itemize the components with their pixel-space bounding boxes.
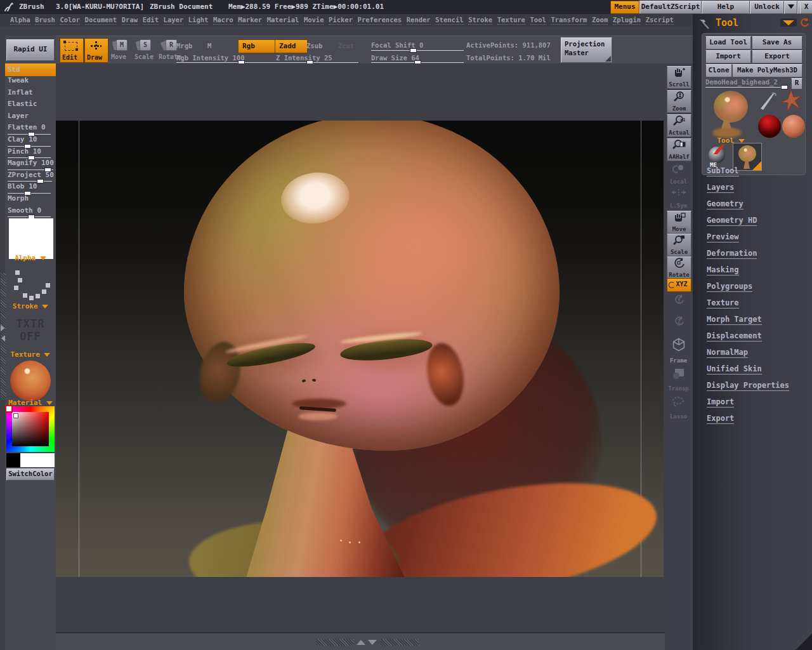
aahalf-button[interactable]: AAHalf (667, 138, 691, 161)
clone-button[interactable]: Clone (705, 64, 732, 77)
document-viewport[interactable] (56, 121, 664, 577)
menu-draw[interactable]: Draw (122, 16, 138, 25)
rgb-button[interactable]: Rgb (238, 39, 278, 53)
section-layers[interactable]: Layers (707, 183, 734, 193)
move-button[interactable]: M Move (109, 38, 132, 62)
left-tray-scrollbar[interactable] (1, 273, 6, 400)
defaultzscript-button[interactable]: DefaultZScript (639, 1, 702, 14)
current-tool-preview[interactable] (709, 90, 753, 143)
section-subtool[interactable]: SubTool (707, 166, 739, 176)
section-polygroups[interactable]: Polygroups (707, 282, 752, 292)
section-import[interactable]: Import (707, 397, 734, 408)
material-thumbnail[interactable] (10, 361, 51, 401)
menu-light[interactable]: Light (188, 16, 209, 25)
brush-pinch-slider[interactable]: Pinch 10 (5, 147, 56, 159)
section-geometry-hd[interactable]: Geometry HD (707, 216, 757, 226)
menu-layer[interactable]: Layer (164, 16, 184, 25)
z-rotate-button[interactable]: Z (667, 315, 690, 334)
section-export[interactable]: Export (707, 414, 734, 424)
section-normalmap[interactable]: NormalMap (707, 348, 748, 358)
stroke-thumbnail[interactable] (5, 265, 56, 302)
switch-color-button[interactable]: SwitchColor (6, 468, 55, 481)
brush-inflat[interactable]: Inflat (5, 88, 56, 100)
menu-stroke[interactable]: Stroke (468, 16, 492, 25)
close-window-button[interactable]: X (800, 1, 812, 14)
brush-magnify-slider[interactable]: Magnify 100 (5, 159, 56, 171)
menu-render[interactable]: Render (407, 16, 431, 25)
stroke-dropdown[interactable]: Stroke (5, 302, 56, 310)
menu-picker[interactable]: Picker (329, 16, 353, 25)
m-button[interactable]: M (207, 42, 211, 50)
help-button[interactable]: Help (702, 1, 750, 14)
scale-button[interactable]: S Scale (133, 38, 155, 62)
draw-button[interactable]: Draw (84, 38, 108, 63)
canvas-area[interactable] (56, 63, 665, 633)
xyz-button[interactable]: XYZ (667, 278, 691, 292)
make-polymesh3d-button[interactable]: Make PolyMesh3D (732, 64, 802, 77)
tool-thumb-salmonsphere[interactable] (782, 115, 805, 138)
tool-thumb-redsphere[interactable] (758, 115, 781, 138)
texture-off-thumbnail[interactable]: TXTR OFF (5, 317, 56, 343)
menu-movie[interactable]: Movie (304, 16, 324, 25)
menu-color[interactable]: Color (60, 16, 80, 25)
load-tool-button[interactable]: Load Tool (705, 36, 751, 50)
brush-elastic[interactable]: Elastic (5, 100, 56, 112)
rapid-ui-button[interactable]: Rapid UI (6, 39, 55, 61)
menu-document[interactable]: Document (85, 16, 117, 25)
brush-tweak[interactable]: Tweak (5, 76, 56, 88)
actual-button[interactable]: x1 Actual (667, 114, 691, 137)
focal-shift-thumb[interactable] (410, 48, 417, 53)
menu-macro[interactable]: Macro (213, 16, 233, 25)
brush-smooth-slider[interactable]: Smooth 0 (5, 206, 56, 218)
import-button[interactable]: Import (705, 50, 751, 63)
texture-dropdown[interactable]: Texture (5, 350, 56, 359)
zsub-button[interactable]: Zsub (306, 42, 322, 50)
y-rotate-button[interactable]: Y (667, 293, 690, 312)
dock-rotate-button[interactable]: Rotate (667, 256, 691, 279)
menu-edit[interactable]: Edit (143, 16, 159, 25)
panel-cycle-icon[interactable] (799, 17, 809, 27)
unlock-button[interactable]: Unlock (750, 1, 784, 14)
scroll-button[interactable]: Scroll (667, 66, 691, 89)
primary-color-swatch[interactable] (20, 453, 55, 467)
section-texture[interactable]: Texture (707, 298, 739, 308)
local-button[interactable]: Local (667, 164, 690, 185)
brush-std[interactable]: Std (5, 63, 56, 76)
lasso-button[interactable]: Lasso (667, 395, 690, 420)
shrink-ui-button[interactable] (784, 1, 797, 14)
section-masking[interactable]: Masking (707, 265, 739, 275)
zadd-button[interactable]: Zadd (275, 39, 308, 53)
dock-move-button[interactable]: Move (667, 211, 691, 234)
menu-alpha[interactable]: Alpha (10, 16, 30, 25)
mrgb-button[interactable]: Mrgb (176, 42, 192, 50)
color-cursor[interactable] (13, 413, 18, 418)
tray-open-arrow-icon[interactable] (357, 640, 365, 645)
dock-scale-button[interactable]: Scale (667, 234, 691, 256)
save-as-button[interactable]: Save As (752, 36, 802, 50)
brush-flatten-slider[interactable]: Flatten 0 (5, 123, 56, 135)
projection-master-button[interactable]: Projection Master (561, 37, 612, 63)
tool-thumb-brushhook[interactable] (757, 90, 778, 114)
brush-clay-slider[interactable]: Clay 10 (5, 135, 56, 147)
brush-blob-slider[interactable]: Blob 10 (5, 182, 56, 194)
menu-marker[interactable]: Marker (238, 16, 262, 25)
menu-texture[interactable]: Texture (497, 16, 525, 25)
edit-button[interactable]: Edit (60, 38, 84, 63)
color-picker[interactable] (6, 406, 55, 452)
section-deformation[interactable]: Deformation (707, 249, 757, 259)
transp-button[interactable]: Transp (667, 367, 690, 392)
secondary-color-swatch[interactable] (6, 453, 20, 467)
lsym-button[interactable]: L.Sym (667, 188, 690, 209)
section-displacement[interactable]: Displacement (707, 331, 762, 342)
menu-zplugin[interactable]: Zplugin (613, 16, 641, 25)
tool-thumb-star3d[interactable] (780, 88, 802, 114)
export-button[interactable]: Export (752, 50, 802, 63)
section-preview[interactable]: Preview (707, 232, 739, 242)
section-unified-skin[interactable]: Unified Skin (707, 364, 762, 375)
zcut-button[interactable]: Zcut (338, 42, 354, 50)
menu-stencil[interactable]: Stencil (435, 16, 463, 25)
brush-layer[interactable]: Layer (5, 112, 56, 124)
tray-close-arrow-icon[interactable] (368, 640, 377, 645)
menu-tool[interactable]: Tool (530, 16, 546, 25)
menu-brush[interactable]: Brush (35, 16, 55, 25)
